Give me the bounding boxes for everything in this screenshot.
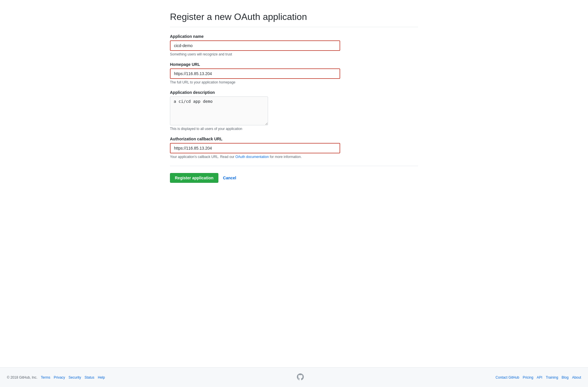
footer-left-links: Terms Privacy Security Status Help [41, 375, 105, 379]
footer-link-about[interactable]: About [572, 375, 581, 379]
description-textarea[interactable]: a ci/cd app demo [170, 96, 268, 125]
callback-url-group: Authorization callback URL Your applicat… [170, 137, 418, 159]
footer-link-pricing[interactable]: Pricing [523, 375, 533, 379]
homepage-url-group: Homepage URL The full URL to your applic… [170, 62, 418, 84]
footer-link-training[interactable]: Training [546, 375, 558, 379]
cancel-button[interactable]: Cancel [223, 176, 236, 180]
homepage-url-input[interactable] [170, 68, 340, 79]
callback-url-input[interactable] [170, 143, 340, 153]
top-divider [170, 27, 418, 27]
footer-link-security[interactable]: Security [69, 375, 81, 379]
callback-help-prefix: Your application's callback URL. Read ou… [170, 155, 235, 159]
footer-link-status[interactable]: Status [85, 375, 94, 379]
footer-link-help[interactable]: Help [98, 375, 105, 379]
footer-right: Contact GitHub Pricing API Training Blog… [496, 375, 581, 379]
footer-link-api[interactable]: API [537, 375, 542, 379]
footer-center [297, 373, 304, 381]
description-label: Application description [170, 90, 418, 95]
callback-url-label: Authorization callback URL [170, 137, 418, 141]
page-footer: © 2018 GitHub, Inc. Terms Privacy Securi… [0, 367, 588, 387]
footer-link-terms[interactable]: Terms [41, 375, 50, 379]
description-help: This is displayed to all users of your a… [170, 127, 418, 131]
callback-help-suffix: for more information. [269, 155, 302, 159]
app-name-help: Something users will recognize and trust [170, 52, 418, 56]
footer-link-contact-github[interactable]: Contact GitHub [496, 375, 519, 379]
homepage-url-help: The full URL to your application homepag… [170, 80, 418, 84]
description-group: Application description a ci/cd app demo… [170, 90, 418, 131]
page-title: Register a new OAuth application [170, 12, 418, 22]
callback-url-help: Your application's callback URL. Read ou… [170, 155, 418, 159]
main-content: Register a new OAuth application Applica… [164, 0, 424, 367]
oauth-docs-link[interactable]: OAuth documentation [235, 155, 269, 159]
app-name-label: Application name [170, 34, 418, 39]
bottom-divider [170, 166, 418, 166]
register-application-button[interactable]: Register application [170, 173, 218, 183]
form-actions: Register application Cancel [170, 173, 418, 183]
footer-copyright: © 2018 GitHub, Inc. [7, 375, 38, 379]
github-logo-icon [297, 373, 304, 381]
footer-link-privacy[interactable]: Privacy [54, 375, 65, 379]
footer-link-blog[interactable]: Blog [562, 375, 569, 379]
app-name-group: Application name Something users will re… [170, 34, 418, 56]
footer-left: © 2018 GitHub, Inc. Terms Privacy Securi… [7, 375, 105, 379]
app-name-input[interactable] [170, 40, 340, 51]
homepage-url-label: Homepage URL [170, 62, 418, 67]
